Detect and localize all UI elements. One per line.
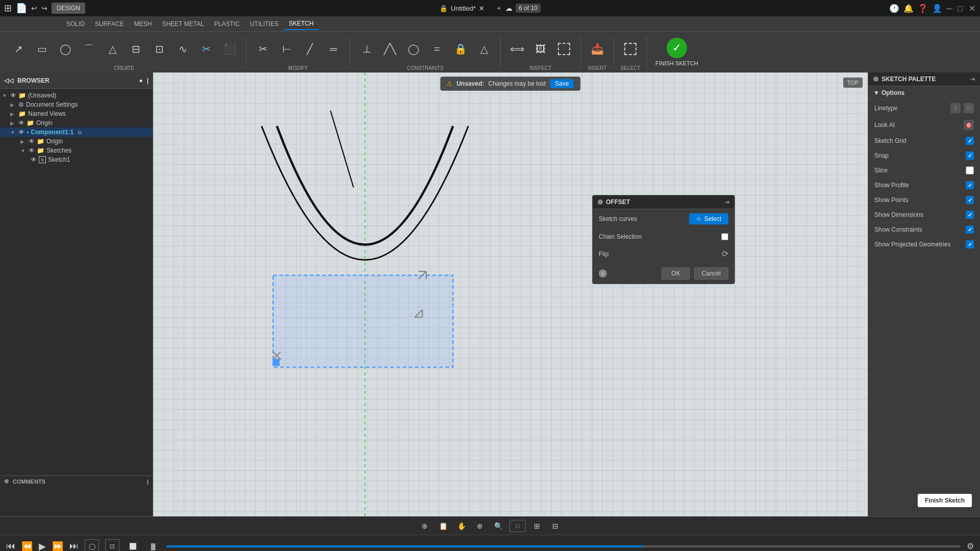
bell-icon[interactable]: 🔔 bbox=[903, 4, 914, 13]
inspect-img[interactable]: 🖼 bbox=[529, 34, 552, 64]
eye-icon-origin[interactable]: 👁 bbox=[18, 119, 24, 127]
insert-tool[interactable]: 📥 bbox=[586, 34, 608, 64]
app-grid-icon[interactable]: ⊞ bbox=[4, 3, 12, 14]
poly-tool[interactable]: △ bbox=[101, 34, 124, 64]
tree-item-named-views[interactable]: ▶ 📁 Named Views bbox=[0, 109, 153, 118]
parallel-tool[interactable]: = bbox=[426, 34, 448, 64]
insert-label[interactable]: INSERT bbox=[588, 65, 607, 71]
timeline-bar[interactable] bbox=[166, 545, 961, 547]
skip-start-btn[interactable]: ⏮ bbox=[6, 541, 15, 551]
clock-icon[interactable]: 🕐 bbox=[889, 4, 899, 13]
select-label[interactable]: SELECT bbox=[621, 65, 641, 71]
tab-sheet-metal[interactable]: SHEET METAL bbox=[157, 18, 209, 30]
point-tool[interactable]: ⊡ bbox=[148, 34, 170, 64]
info-icon[interactable]: i bbox=[599, 269, 607, 278]
measure-tool[interactable]: ⟺ bbox=[506, 34, 528, 64]
tab-surface[interactable]: SURFACE bbox=[90, 18, 129, 30]
offset-expand-icon[interactable]: ⇥ bbox=[724, 198, 729, 206]
tab-solid[interactable]: SOLID bbox=[61, 18, 90, 30]
snap-checkbox[interactable] bbox=[966, 152, 974, 160]
show-profile-checkbox[interactable] bbox=[966, 181, 974, 189]
user-icon[interactable]: 👤 bbox=[932, 4, 942, 13]
skip-end-btn[interactable]: ⏭ bbox=[69, 541, 79, 551]
finish-sketch-section[interactable]: ✓ FINISH SKETCH bbox=[649, 36, 704, 68]
fillet-tool[interactable]: ═ bbox=[322, 34, 345, 64]
extend-tool[interactable]: ⊢ bbox=[275, 34, 298, 64]
finish-sketch-palette-btn[interactable]: Finish Sketch bbox=[918, 494, 972, 507]
lock-constraint[interactable]: 🔒 bbox=[449, 34, 472, 64]
tab-plastic[interactable]: PLASTIC bbox=[209, 18, 245, 30]
maximize-btn[interactable]: □ bbox=[958, 5, 965, 12]
trim-tool[interactable]: ✂ bbox=[252, 34, 274, 64]
create-label[interactable]: CREATE bbox=[114, 65, 134, 71]
sketch-canvas[interactable] bbox=[153, 72, 868, 516]
arc-tool[interactable]: ⌒ bbox=[78, 34, 100, 64]
linetype-icon1[interactable]: ⧸ bbox=[950, 103, 961, 113]
close-file-icon[interactable]: ✕ bbox=[479, 5, 484, 12]
offset-select-btn[interactable]: ⊹ Select bbox=[689, 213, 728, 224]
show-points-checkbox[interactable] bbox=[966, 196, 974, 204]
pan-btn[interactable]: ✋ bbox=[454, 519, 469, 533]
design-button[interactable]: DESIGN bbox=[52, 3, 85, 14]
zoom-btn[interactable]: 🔍 bbox=[491, 519, 505, 533]
rect-tool[interactable]: ▭ bbox=[31, 34, 53, 64]
close-btn[interactable]: ✕ bbox=[969, 5, 976, 12]
tangent-tool[interactable]: △ bbox=[473, 34, 495, 64]
playback-icon4[interactable]: ▓ bbox=[146, 539, 160, 552]
tree-item-sketch1[interactable]: 👁 S Sketch1 bbox=[0, 155, 153, 164]
eye-icon-unsaved[interactable]: 👁 bbox=[10, 92, 16, 99]
orbit-btn[interactable]: ⊕ bbox=[473, 519, 487, 533]
inspect-label[interactable]: INSPECT bbox=[529, 65, 551, 71]
conic-tool[interactable]: ✂ bbox=[195, 34, 217, 64]
viewport[interactable]: ⚠ Unsaved: Changes may be lost Save TOP bbox=[153, 72, 868, 516]
fit-view-btn[interactable]: □ bbox=[509, 520, 526, 532]
playback-icon2[interactable]: ⊡ bbox=[105, 539, 119, 552]
flip-icon[interactable]: ⟳ bbox=[722, 249, 728, 259]
select-box[interactable] bbox=[553, 34, 575, 64]
tree-item-doc-settings[interactable]: ▶ ⚙ Document Settings bbox=[0, 100, 153, 109]
circle-tool[interactable]: ◯ bbox=[54, 34, 77, 64]
finish-sketch-label[interactable]: FINISH SKETCH bbox=[655, 60, 698, 66]
slice-checkbox[interactable] bbox=[966, 166, 974, 174]
eye-icon-component[interactable]: 👁 bbox=[18, 129, 24, 136]
tree-item-origin[interactable]: ▶ 👁 📁 Origin bbox=[0, 118, 153, 128]
eye-icon-sketch1[interactable]: 👁 bbox=[31, 156, 37, 163]
tab-utilities[interactable]: UTILITIES bbox=[245, 18, 284, 30]
component-target-icon[interactable]: ⊙ bbox=[78, 130, 82, 135]
help-icon[interactable]: ❓ bbox=[918, 4, 928, 13]
look-at-icon[interactable]: 🎯 bbox=[964, 120, 974, 130]
offset-tool[interactable]: ⬛ bbox=[218, 34, 241, 64]
minimize-btn[interactable]: ─ bbox=[946, 5, 953, 12]
tree-item-unsaved[interactable]: ▼ 👁 📁 (Unsaved) bbox=[0, 91, 153, 100]
select-tool[interactable] bbox=[619, 34, 642, 64]
comments-panel-icon[interactable]: | bbox=[147, 479, 149, 485]
ok-button[interactable]: OK bbox=[662, 267, 690, 280]
playback-icon1[interactable]: ◯ bbox=[85, 539, 99, 552]
design-dropdown[interactable]: DESIGN bbox=[52, 3, 85, 14]
tree-item-sketches[interactable]: ▼ 👁 📁 Sketches bbox=[0, 146, 153, 155]
redo-btn[interactable]: ↪ bbox=[41, 4, 47, 12]
nav-back-icon[interactable]: ◁◁ bbox=[4, 77, 13, 84]
browser-pin-icon[interactable]: ● bbox=[139, 77, 142, 84]
constraints-label[interactable]: CONSTRAINTS bbox=[407, 65, 444, 71]
collinear-tool[interactable]: ╱╲ bbox=[379, 34, 401, 64]
file-menu[interactable]: 📄 bbox=[16, 3, 27, 14]
chain-selection-checkbox[interactable] bbox=[721, 233, 728, 240]
playback-icon3[interactable]: ⬜ bbox=[126, 539, 140, 552]
tab-sketch[interactable]: SKETCH bbox=[284, 18, 319, 30]
show-constraints-checkbox[interactable] bbox=[966, 226, 974, 234]
cancel-button[interactable]: Cancel bbox=[694, 267, 728, 280]
eye-icon-origin-sub[interactable]: 👁 bbox=[29, 138, 35, 145]
show-projected-checkbox[interactable] bbox=[966, 240, 974, 248]
settings-icon[interactable]: ⚙ bbox=[967, 541, 974, 551]
eye-icon-sketches[interactable]: 👁 bbox=[29, 147, 35, 154]
show-dimensions-checkbox[interactable] bbox=[966, 211, 974, 219]
clipboard-btn[interactable]: 📋 bbox=[436, 519, 450, 533]
prev-btn[interactable]: ⏪ bbox=[21, 541, 33, 552]
tab-mesh[interactable]: MESH bbox=[129, 18, 157, 30]
browser-expand-icon[interactable]: | bbox=[147, 77, 149, 84]
cursor-mode-btn[interactable]: ⊕ bbox=[418, 519, 432, 533]
modify-label[interactable]: MODIFY bbox=[288, 65, 308, 71]
add-file-icon[interactable]: ＋ bbox=[496, 4, 502, 13]
save-button[interactable]: Save bbox=[550, 79, 574, 88]
